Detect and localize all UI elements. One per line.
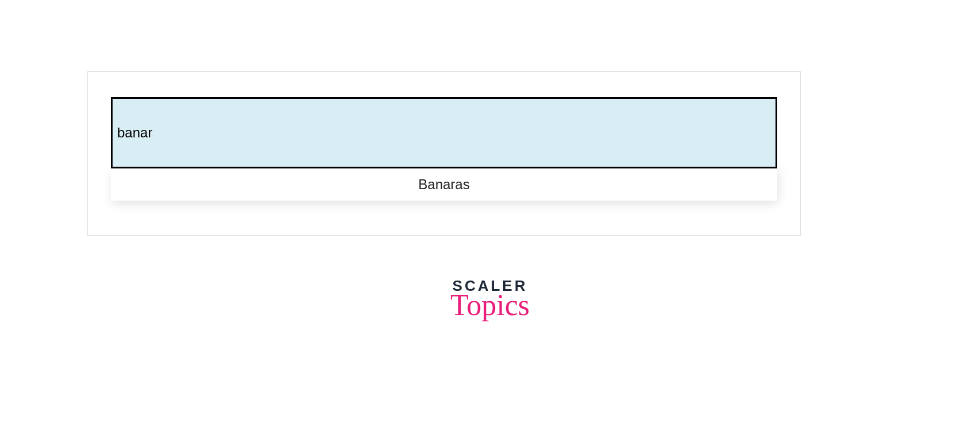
scaler-topics-logo: SCALER Topics (450, 277, 530, 320)
dropdown-item[interactable]: Banaras (111, 168, 777, 201)
autocomplete-dropdown: Banaras (111, 168, 777, 201)
autocomplete-container: Banaras (87, 71, 801, 236)
logo-text-topics: Topics (450, 290, 530, 320)
search-input[interactable] (111, 97, 777, 168)
